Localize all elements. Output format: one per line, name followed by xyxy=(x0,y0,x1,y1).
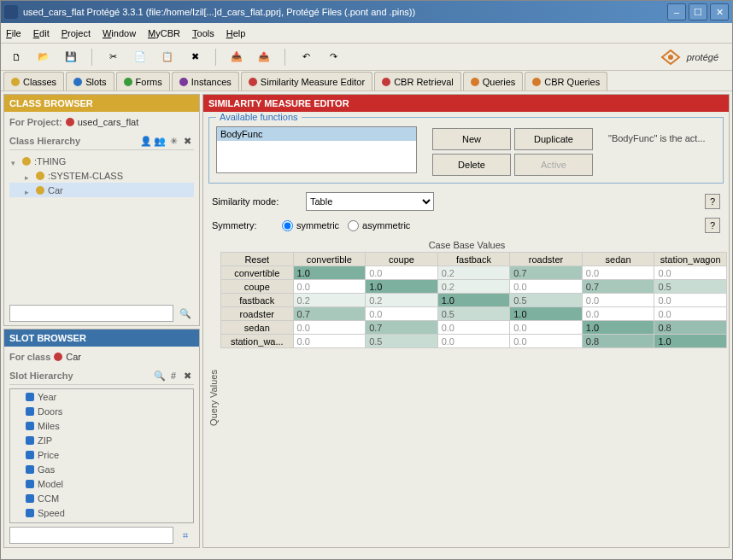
similarity-cell[interactable]: 0.7 xyxy=(293,307,366,321)
slot-model[interactable]: Model xyxy=(10,476,193,491)
tab-classes[interactable]: Classes xyxy=(3,72,64,90)
slot-tree[interactable]: YearDoorsMilesZIPPriceGasModelCCMSpeedPo… xyxy=(9,388,194,523)
tab-slots[interactable]: Slots xyxy=(66,72,114,90)
similarity-cell[interactable]: 0.7 xyxy=(582,280,654,294)
help-button-mode[interactable]: ? xyxy=(705,194,720,209)
similarity-mode-select[interactable]: Table xyxy=(306,192,434,211)
slot-gas[interactable]: Gas xyxy=(10,462,193,476)
delete-button[interactable]: Delete xyxy=(432,154,511,176)
similarity-cell[interactable]: 0.0 xyxy=(437,321,510,335)
caret-icon[interactable] xyxy=(11,157,19,165)
save-icon[interactable]: 💾 xyxy=(61,47,81,67)
similarity-cell[interactable]: 1.0 xyxy=(293,266,366,280)
slot-speed[interactable]: Speed xyxy=(10,505,193,520)
similarity-cell[interactable]: 0.0 xyxy=(366,266,438,280)
tree-node-car[interactable]: Car xyxy=(9,183,194,197)
copy-icon[interactable]: 📄 xyxy=(130,47,150,67)
similarity-cell[interactable]: 1.0 xyxy=(582,321,654,335)
tab-cbr-queries[interactable]: CBR Queries xyxy=(525,72,607,90)
similarity-cell[interactable]: 0.2 xyxy=(437,266,510,280)
slot-zip[interactable]: ZIP xyxy=(10,433,193,447)
menu-help[interactable]: Help xyxy=(226,28,246,38)
similarity-cell[interactable]: 0.0 xyxy=(654,266,727,280)
delete-icon[interactable]: ✖ xyxy=(185,47,205,67)
class-search-button[interactable]: 🔍 xyxy=(177,305,194,322)
similarity-cell[interactable]: 1.0 xyxy=(510,307,583,321)
similarity-cell[interactable]: 0.5 xyxy=(510,294,583,307)
slot-ccm[interactable]: CCM xyxy=(10,491,193,505)
new-file-icon[interactable]: 🗋 xyxy=(6,47,26,67)
undo-icon[interactable]: ↶ xyxy=(296,47,316,67)
help-button-sym[interactable]: ? xyxy=(705,218,720,233)
similarity-cell[interactable]: 0.0 xyxy=(510,335,583,348)
asymmetric-radio[interactable]: asymmetric xyxy=(348,220,410,231)
cut-icon[interactable]: ✂ xyxy=(103,47,123,67)
paste-icon[interactable]: 📋 xyxy=(157,47,178,67)
similarity-cell[interactable]: 0.0 xyxy=(510,321,583,335)
slot-miles[interactable]: Miles xyxy=(10,418,193,433)
slot-year[interactable]: Year xyxy=(10,389,193,404)
slot-hash-icon[interactable]: # xyxy=(167,369,180,382)
titlebar[interactable]: used_cars_flat Protégé 3.3.1 (file:/home… xyxy=(1,1,732,23)
reset-header[interactable]: Reset xyxy=(221,253,294,266)
similarity-cell[interactable]: 0.5 xyxy=(437,307,510,321)
tab-similarity-measure-editor[interactable]: Similarity Measure Editor xyxy=(241,72,372,90)
similarity-cell[interactable]: 0.0 xyxy=(366,307,438,321)
menu-file[interactable]: File xyxy=(6,28,21,38)
similarity-cell[interactable]: 0.5 xyxy=(366,335,438,348)
similarity-cell[interactable]: 0.7 xyxy=(510,266,583,280)
similarity-cell[interactable]: 0.5 xyxy=(654,280,727,294)
tab-forms[interactable]: Forms xyxy=(116,72,170,90)
symmetric-radio[interactable]: symmetric xyxy=(282,220,339,231)
hierarchy-person-icon[interactable]: 👤 xyxy=(139,134,153,148)
similarity-cell[interactable]: 0.0 xyxy=(293,280,366,294)
minimize-button[interactable]: – xyxy=(667,3,686,20)
tab-queries[interactable]: Queries xyxy=(463,72,524,90)
redo-icon[interactable]: ↷ xyxy=(323,47,343,67)
hierarchy-x-icon[interactable]: ✖ xyxy=(180,134,194,148)
similarity-cell[interactable]: 0.0 xyxy=(293,335,366,348)
slot-search-input[interactable] xyxy=(9,527,173,544)
similarity-table[interactable]: Resetconvertiblecoupefastbackroadstersed… xyxy=(220,252,727,348)
similarity-cell[interactable]: 0.0 xyxy=(510,280,583,294)
slot-price[interactable]: Price xyxy=(10,447,193,462)
caret-icon[interactable] xyxy=(25,172,32,179)
slot-search-button[interactable]: ⌗ xyxy=(177,527,194,544)
close-button[interactable]: ✕ xyxy=(710,3,729,20)
tree-node-system-class[interactable]: :SYSTEM-CLASS xyxy=(9,168,194,183)
tree-node-thing[interactable]: :THING xyxy=(9,154,194,168)
menu-window[interactable]: Window xyxy=(103,28,136,38)
similarity-cell[interactable]: 0.2 xyxy=(366,294,438,307)
similarity-cell[interactable]: 0.0 xyxy=(654,307,727,321)
class-search-input[interactable] xyxy=(9,305,173,322)
similarity-cell[interactable]: 0.0 xyxy=(654,294,727,307)
similarity-cell[interactable]: 0.0 xyxy=(582,307,654,321)
similarity-cell[interactable]: 0.0 xyxy=(582,266,654,280)
function-list[interactable]: BodyFunc xyxy=(216,126,417,173)
menu-mycbr[interactable]: MyCBR xyxy=(148,28,180,38)
similarity-cell[interactable]: 0.2 xyxy=(437,280,510,294)
similarity-cell[interactable]: 0.0 xyxy=(293,321,366,335)
similarity-cell[interactable]: 0.2 xyxy=(293,294,366,307)
archive2-icon[interactable]: 📤 xyxy=(254,47,274,67)
tab-cbr-retrieval[interactable]: CBR Retrieval xyxy=(374,72,461,90)
tab-instances[interactable]: Instances xyxy=(172,72,239,90)
slot-search-icon[interactable]: 🔍 xyxy=(153,369,167,382)
slot-doors[interactable]: Doors xyxy=(10,404,193,418)
duplicate-button[interactable]: Duplicate xyxy=(514,128,593,150)
hierarchy-group-icon[interactable]: 👥 xyxy=(153,134,167,148)
menu-project[interactable]: Project xyxy=(62,28,91,38)
slot-power[interactable]: Power xyxy=(10,520,193,523)
similarity-cell[interactable]: 1.0 xyxy=(654,335,727,348)
similarity-cell[interactable]: 0.7 xyxy=(366,321,438,335)
similarity-cell[interactable]: 0.0 xyxy=(437,335,510,348)
maximize-button[interactable]: ☐ xyxy=(689,3,707,20)
similarity-cell[interactable]: 1.0 xyxy=(437,294,510,307)
menu-tools[interactable]: Tools xyxy=(192,28,214,38)
caret-icon[interactable] xyxy=(25,186,32,194)
open-icon[interactable]: 📂 xyxy=(33,47,54,67)
similarity-cell[interactable]: 0.8 xyxy=(582,335,654,348)
hierarchy-star-icon[interactable]: ✳ xyxy=(167,134,180,148)
new-button[interactable]: New xyxy=(432,128,511,150)
menu-edit[interactable]: Edit xyxy=(33,28,50,38)
